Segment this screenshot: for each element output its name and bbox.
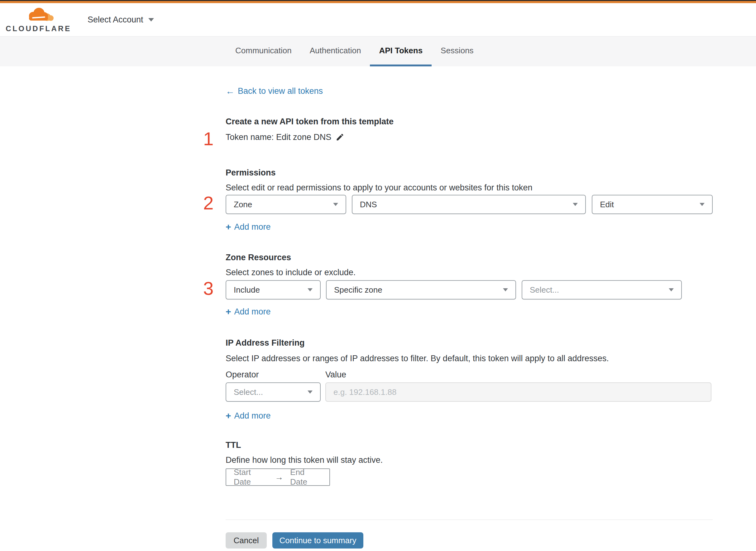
- zone-include-value: Include: [234, 285, 260, 295]
- app-header: CLOUDFLARE Select Account: [0, 3, 756, 36]
- start-date-label: Start Date: [234, 468, 268, 487]
- ip-filtering-heading: IP Address Filtering: [226, 338, 713, 348]
- permissions-description: Select edit or read permissions to apply…: [226, 182, 713, 193]
- permission-type-value: DNS: [360, 200, 377, 209]
- zone-resources-heading: Zone Resources: [226, 252, 713, 263]
- ip-filtering-row: Select...: [226, 382, 713, 402]
- tab-communication[interactable]: Communication: [226, 36, 301, 66]
- permissions-row: 2 Zone DNS Edit: [226, 195, 713, 214]
- ttl-date-range-picker[interactable]: Start Date → End Date: [226, 468, 330, 486]
- footer-divider: [226, 520, 713, 520]
- ip-filtering-labels: Operator Value: [226, 369, 713, 380]
- zone-resources-row: 3 Include Specific zone Select...: [226, 280, 713, 300]
- cloudflare-cloud-icon: [23, 7, 55, 24]
- permissions-add-more-link[interactable]: + Add more: [226, 221, 271, 232]
- zone-specificity-select[interactable]: Specific zone: [326, 280, 516, 300]
- zone-specificity-value: Specific zone: [334, 285, 383, 295]
- ip-filtering-section: IP Address Filtering Select IP addresses…: [226, 338, 713, 421]
- add-more-label: Add more: [234, 411, 271, 421]
- back-to-tokens-link[interactable]: ← Back to view all tokens: [226, 86, 323, 96]
- back-arrow-icon: ←: [226, 86, 235, 96]
- zone-resources-add-more-link[interactable]: + Add more: [226, 307, 271, 317]
- ip-filtering-add-more-link[interactable]: + Add more: [226, 411, 271, 421]
- plus-icon: +: [226, 307, 231, 317]
- back-link-label: Back to view all tokens: [238, 86, 323, 96]
- token-name-line: Token name: Edit zone DNS: [226, 132, 713, 142]
- caret-down-icon: [700, 203, 705, 206]
- permissions-heading: Permissions: [226, 167, 713, 178]
- account-selector[interactable]: Select Account: [88, 15, 154, 25]
- chevron-down-icon: [148, 18, 154, 21]
- tab-sessions[interactable]: Sessions: [432, 36, 483, 66]
- add-more-label: Add more: [234, 307, 271, 317]
- zone-picker-placeholder: Select...: [530, 285, 559, 295]
- tab-authentication[interactable]: Authentication: [301, 36, 370, 66]
- ip-value-input[interactable]: [325, 382, 711, 402]
- step3-number: 3: [203, 279, 213, 298]
- ip-operator-select[interactable]: Select...: [226, 382, 321, 402]
- permission-type-select[interactable]: DNS: [352, 195, 586, 214]
- edit-pencil-icon[interactable]: [335, 133, 344, 141]
- caret-down-icon: [503, 288, 508, 292]
- token-name-text: Token name: Edit zone DNS: [226, 132, 331, 142]
- ttl-description: Define how long this token will stay act…: [226, 455, 713, 465]
- permission-level-select[interactable]: Edit: [592, 195, 713, 214]
- caret-down-icon: [573, 203, 578, 206]
- cancel-button[interactable]: Cancel: [226, 532, 267, 549]
- permission-level-value: Edit: [600, 200, 614, 209]
- ip-filtering-description: Select IP addresses or ranges of IP addr…: [226, 353, 713, 364]
- zone-resources-section: Zone Resources Select zones to include o…: [226, 252, 713, 317]
- cloudflare-wordmark: CLOUDFLARE: [6, 24, 71, 33]
- caret-down-icon: [669, 288, 674, 292]
- ip-operator-placeholder: Select...: [234, 387, 263, 397]
- step1-section: 1 Create a new API token from this templ…: [226, 116, 713, 142]
- step1-heading: Create a new API token from this templat…: [226, 116, 713, 127]
- zone-picker-select[interactable]: Select...: [522, 280, 682, 300]
- value-label: Value: [325, 369, 346, 380]
- permission-scope-select[interactable]: Zone: [226, 195, 346, 214]
- main-content: ← Back to view all tokens 1 Create a new…: [0, 66, 756, 551]
- step1-number: 1: [203, 129, 213, 149]
- caret-down-icon: [307, 288, 312, 292]
- account-selector-label: Select Account: [88, 15, 143, 25]
- continue-to-summary-button[interactable]: Continue to summary: [272, 532, 363, 549]
- arrow-right-icon: →: [275, 473, 283, 482]
- permissions-section: Permissions Select edit or read permissi…: [226, 167, 713, 232]
- step2-number: 2: [203, 193, 213, 213]
- zone-include-select[interactable]: Include: [226, 280, 321, 300]
- ttl-heading: TTL: [226, 440, 713, 450]
- end-date-label: End Date: [290, 468, 322, 487]
- plus-icon: +: [226, 221, 231, 232]
- caret-down-icon: [333, 203, 338, 206]
- operator-label: Operator: [226, 369, 325, 380]
- permission-scope-value: Zone: [234, 200, 252, 209]
- tab-bar: Communication Authentication API Tokens …: [0, 36, 756, 66]
- zone-resources-description: Select zones to include or exclude.: [226, 267, 713, 278]
- cloudflare-logo[interactable]: CLOUDFLARE: [8, 7, 69, 33]
- footer-actions: Cancel Continue to summary: [226, 532, 713, 551]
- tab-api-tokens[interactable]: API Tokens: [370, 36, 432, 66]
- caret-down-icon: [307, 391, 312, 394]
- ttl-section: TTL Define how long this token will stay…: [226, 440, 713, 486]
- add-more-label: Add more: [234, 221, 271, 232]
- top-accent-bar: [0, 1, 756, 3]
- plus-icon: +: [226, 411, 231, 421]
